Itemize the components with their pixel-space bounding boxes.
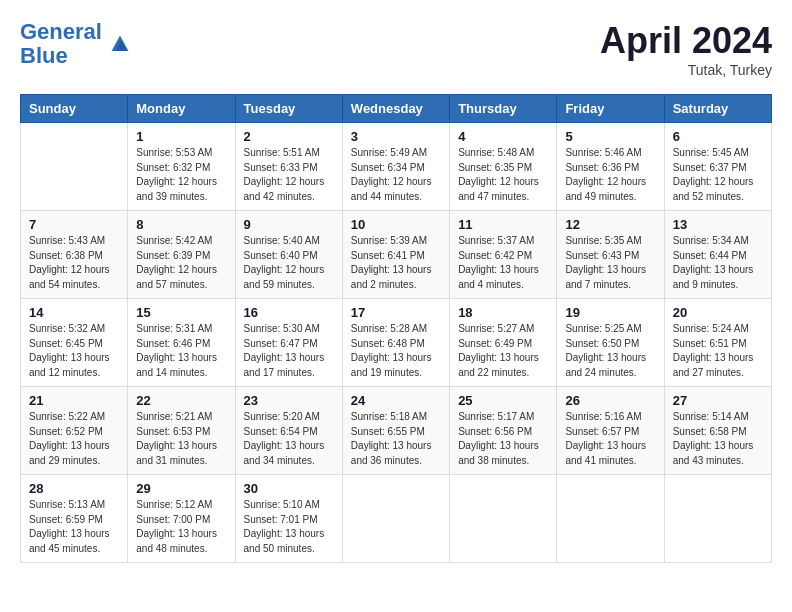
calendar-cell: 9Sunrise: 5:40 AM Sunset: 6:40 PM Daylig… (235, 211, 342, 299)
day-info: Sunrise: 5:25 AM Sunset: 6:50 PM Dayligh… (565, 322, 655, 380)
calendar-cell: 20Sunrise: 5:24 AM Sunset: 6:51 PM Dayli… (664, 299, 771, 387)
day-number: 26 (565, 393, 655, 408)
calendar-cell: 30Sunrise: 5:10 AM Sunset: 7:01 PM Dayli… (235, 475, 342, 563)
calendar-cell (664, 475, 771, 563)
calendar-cell: 22Sunrise: 5:21 AM Sunset: 6:53 PM Dayli… (128, 387, 235, 475)
day-info: Sunrise: 5:31 AM Sunset: 6:46 PM Dayligh… (136, 322, 226, 380)
day-number: 22 (136, 393, 226, 408)
day-number: 23 (244, 393, 334, 408)
calendar-cell: 4Sunrise: 5:48 AM Sunset: 6:35 PM Daylig… (450, 123, 557, 211)
calendar-week-5: 28Sunrise: 5:13 AM Sunset: 6:59 PM Dayli… (21, 475, 772, 563)
calendar-cell (557, 475, 664, 563)
day-number: 5 (565, 129, 655, 144)
day-info: Sunrise: 5:21 AM Sunset: 6:53 PM Dayligh… (136, 410, 226, 468)
day-info: Sunrise: 5:20 AM Sunset: 6:54 PM Dayligh… (244, 410, 334, 468)
day-info: Sunrise: 5:12 AM Sunset: 7:00 PM Dayligh… (136, 498, 226, 556)
page-header: General Blue April 2024 Tutak, Turkey (20, 20, 772, 78)
day-number: 25 (458, 393, 548, 408)
calendar-cell: 1Sunrise: 5:53 AM Sunset: 6:32 PM Daylig… (128, 123, 235, 211)
day-info: Sunrise: 5:18 AM Sunset: 6:55 PM Dayligh… (351, 410, 441, 468)
day-number: 7 (29, 217, 119, 232)
day-number: 27 (673, 393, 763, 408)
calendar-cell: 25Sunrise: 5:17 AM Sunset: 6:56 PM Dayli… (450, 387, 557, 475)
calendar-cell: 29Sunrise: 5:12 AM Sunset: 7:00 PM Dayli… (128, 475, 235, 563)
day-number: 19 (565, 305, 655, 320)
location: Tutak, Turkey (600, 62, 772, 78)
calendar-cell: 23Sunrise: 5:20 AM Sunset: 6:54 PM Dayli… (235, 387, 342, 475)
day-info: Sunrise: 5:42 AM Sunset: 6:39 PM Dayligh… (136, 234, 226, 292)
day-info: Sunrise: 5:22 AM Sunset: 6:52 PM Dayligh… (29, 410, 119, 468)
day-number: 24 (351, 393, 441, 408)
day-info: Sunrise: 5:30 AM Sunset: 6:47 PM Dayligh… (244, 322, 334, 380)
weekday-header-monday: Monday (128, 95, 235, 123)
day-number: 13 (673, 217, 763, 232)
calendar-cell: 27Sunrise: 5:14 AM Sunset: 6:58 PM Dayli… (664, 387, 771, 475)
day-info: Sunrise: 5:14 AM Sunset: 6:58 PM Dayligh… (673, 410, 763, 468)
day-number: 4 (458, 129, 548, 144)
day-number: 10 (351, 217, 441, 232)
day-info: Sunrise: 5:39 AM Sunset: 6:41 PM Dayligh… (351, 234, 441, 292)
logo-general: General (20, 19, 102, 44)
day-info: Sunrise: 5:10 AM Sunset: 7:01 PM Dayligh… (244, 498, 334, 556)
calendar-cell (342, 475, 449, 563)
day-number: 28 (29, 481, 119, 496)
day-number: 16 (244, 305, 334, 320)
calendar-cell: 5Sunrise: 5:46 AM Sunset: 6:36 PM Daylig… (557, 123, 664, 211)
day-number: 30 (244, 481, 334, 496)
day-info: Sunrise: 5:32 AM Sunset: 6:45 PM Dayligh… (29, 322, 119, 380)
calendar-cell: 10Sunrise: 5:39 AM Sunset: 6:41 PM Dayli… (342, 211, 449, 299)
day-info: Sunrise: 5:16 AM Sunset: 6:57 PM Dayligh… (565, 410, 655, 468)
day-info: Sunrise: 5:37 AM Sunset: 6:42 PM Dayligh… (458, 234, 548, 292)
calendar-cell: 15Sunrise: 5:31 AM Sunset: 6:46 PM Dayli… (128, 299, 235, 387)
calendar-cell: 8Sunrise: 5:42 AM Sunset: 6:39 PM Daylig… (128, 211, 235, 299)
day-number: 8 (136, 217, 226, 232)
day-info: Sunrise: 5:13 AM Sunset: 6:59 PM Dayligh… (29, 498, 119, 556)
calendar-cell: 19Sunrise: 5:25 AM Sunset: 6:50 PM Dayli… (557, 299, 664, 387)
logo-blue: Blue (20, 43, 68, 68)
day-info: Sunrise: 5:34 AM Sunset: 6:44 PM Dayligh… (673, 234, 763, 292)
day-number: 14 (29, 305, 119, 320)
day-info: Sunrise: 5:46 AM Sunset: 6:36 PM Dayligh… (565, 146, 655, 204)
day-info: Sunrise: 5:43 AM Sunset: 6:38 PM Dayligh… (29, 234, 119, 292)
calendar-table: SundayMondayTuesdayWednesdayThursdayFrid… (20, 94, 772, 563)
day-info: Sunrise: 5:28 AM Sunset: 6:48 PM Dayligh… (351, 322, 441, 380)
weekday-header-wednesday: Wednesday (342, 95, 449, 123)
day-info: Sunrise: 5:48 AM Sunset: 6:35 PM Dayligh… (458, 146, 548, 204)
calendar-week-4: 21Sunrise: 5:22 AM Sunset: 6:52 PM Dayli… (21, 387, 772, 475)
day-info: Sunrise: 5:24 AM Sunset: 6:51 PM Dayligh… (673, 322, 763, 380)
calendar-cell: 2Sunrise: 5:51 AM Sunset: 6:33 PM Daylig… (235, 123, 342, 211)
calendar-cell (450, 475, 557, 563)
day-number: 17 (351, 305, 441, 320)
day-number: 11 (458, 217, 548, 232)
logo-text: General Blue (20, 20, 102, 68)
day-number: 12 (565, 217, 655, 232)
weekday-header-saturday: Saturday (664, 95, 771, 123)
calendar-cell: 7Sunrise: 5:43 AM Sunset: 6:38 PM Daylig… (21, 211, 128, 299)
weekday-header-tuesday: Tuesday (235, 95, 342, 123)
calendar-cell: 18Sunrise: 5:27 AM Sunset: 6:49 PM Dayli… (450, 299, 557, 387)
logo: General Blue (20, 20, 134, 68)
day-number: 20 (673, 305, 763, 320)
day-info: Sunrise: 5:35 AM Sunset: 6:43 PM Dayligh… (565, 234, 655, 292)
weekday-header-sunday: Sunday (21, 95, 128, 123)
calendar-cell: 16Sunrise: 5:30 AM Sunset: 6:47 PM Dayli… (235, 299, 342, 387)
calendar-cell: 17Sunrise: 5:28 AM Sunset: 6:48 PM Dayli… (342, 299, 449, 387)
calendar-cell: 24Sunrise: 5:18 AM Sunset: 6:55 PM Dayli… (342, 387, 449, 475)
day-number: 3 (351, 129, 441, 144)
calendar-cell: 6Sunrise: 5:45 AM Sunset: 6:37 PM Daylig… (664, 123, 771, 211)
day-number: 9 (244, 217, 334, 232)
title-block: April 2024 Tutak, Turkey (600, 20, 772, 78)
calendar-week-2: 7Sunrise: 5:43 AM Sunset: 6:38 PM Daylig… (21, 211, 772, 299)
day-info: Sunrise: 5:51 AM Sunset: 6:33 PM Dayligh… (244, 146, 334, 204)
day-number: 15 (136, 305, 226, 320)
month-title: April 2024 (600, 20, 772, 62)
calendar-week-3: 14Sunrise: 5:32 AM Sunset: 6:45 PM Dayli… (21, 299, 772, 387)
day-info: Sunrise: 5:53 AM Sunset: 6:32 PM Dayligh… (136, 146, 226, 204)
calendar-cell: 12Sunrise: 5:35 AM Sunset: 6:43 PM Dayli… (557, 211, 664, 299)
day-info: Sunrise: 5:17 AM Sunset: 6:56 PM Dayligh… (458, 410, 548, 468)
day-info: Sunrise: 5:49 AM Sunset: 6:34 PM Dayligh… (351, 146, 441, 204)
day-info: Sunrise: 5:45 AM Sunset: 6:37 PM Dayligh… (673, 146, 763, 204)
calendar-cell: 21Sunrise: 5:22 AM Sunset: 6:52 PM Dayli… (21, 387, 128, 475)
calendar-cell: 11Sunrise: 5:37 AM Sunset: 6:42 PM Dayli… (450, 211, 557, 299)
weekday-header-thursday: Thursday (450, 95, 557, 123)
